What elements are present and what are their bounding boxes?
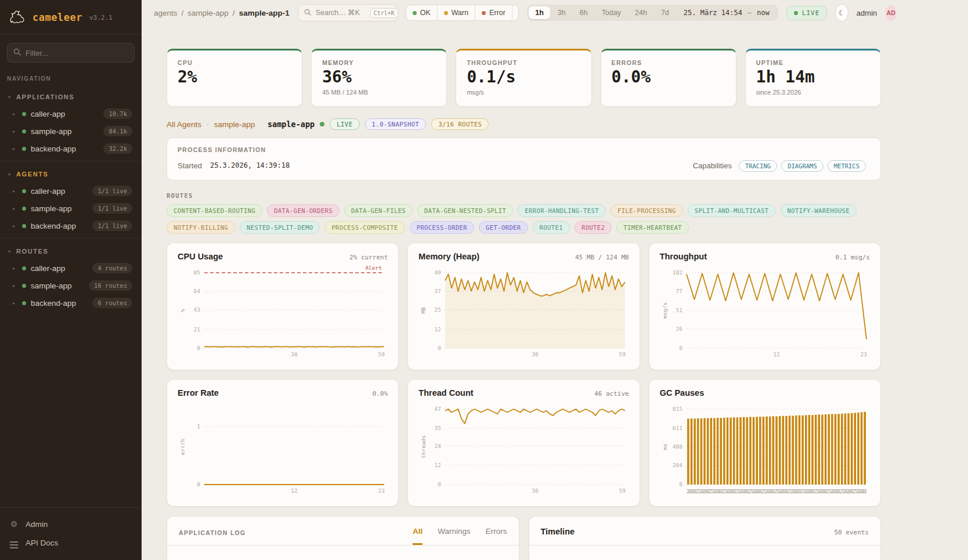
agent-trail: All Agents·sample-app·sample-appLIVE1.0-… bbox=[167, 118, 881, 130]
sidebar-item-applications-sample-app[interactable]: ▸sample-app84.1k bbox=[0, 122, 142, 140]
live-label: LIVE bbox=[802, 9, 820, 17]
theme-toggle[interactable]: ☾ bbox=[835, 4, 848, 21]
route-chip-route1[interactable]: ROUTE1 bbox=[533, 221, 570, 234]
chart-card-gc: GC Pauses8156114082040ms2020012520200125… bbox=[649, 379, 881, 507]
sidebar-item-routes-backend-app[interactable]: ▸backend-app6 routes bbox=[0, 294, 142, 312]
range-button-1h[interactable]: 1h bbox=[529, 6, 550, 19]
metrics-row: CPU2%MEMORY36%45 MB / 124 MBTHROUGHPUT0.… bbox=[167, 49, 881, 107]
svg-text:51: 51 bbox=[676, 307, 682, 313]
main-area: agents/sample-app/sample-app-1 Ctrl+K OK… bbox=[142, 0, 968, 560]
route-chip-split-and-multicast[interactable]: SPLIT-AND-MULTICAST bbox=[688, 204, 776, 217]
filter-box bbox=[7, 43, 135, 63]
route-chip-get-order[interactable]: GET-ORDER bbox=[479, 221, 528, 234]
route-chip-process-composite[interactable]: PROCESS-COMPOSITE bbox=[324, 221, 404, 234]
range-button-6h[interactable]: 6h bbox=[573, 6, 594, 19]
route-chip-error-handling-test[interactable]: ERROR-HANDLING-TEST bbox=[518, 204, 606, 217]
footer-link-label: API Docs bbox=[26, 539, 58, 547]
avatar[interactable]: AD bbox=[885, 5, 897, 21]
app-name: cameleer bbox=[32, 12, 82, 23]
route-chip-content-based-routing[interactable]: CONTENT-BASED-ROUTING bbox=[167, 204, 262, 217]
sidebar-item-label: backend-app bbox=[31, 144, 99, 153]
breadcrumb-sample-app[interactable]: sample-app bbox=[187, 9, 229, 17]
sidebar-item-label: caller-app bbox=[31, 264, 88, 273]
footer-link-api-docs[interactable]: API Docs bbox=[0, 533, 142, 552]
route-chip-data-gen-files[interactable]: DATA-GEN-FILES bbox=[344, 204, 413, 217]
tab-errors[interactable]: Errors bbox=[486, 527, 507, 545]
breadcrumb: agents/sample-app/sample-app-1 bbox=[154, 9, 290, 17]
svg-text:47: 47 bbox=[435, 406, 441, 412]
trail-link-sample-app[interactable]: sample-app bbox=[214, 120, 255, 129]
route-chip-notify-warehouse[interactable]: NOTIFY-WAREHOUSE bbox=[781, 204, 857, 217]
nav-section-header-applications[interactable]: ▾APPLICATIONS bbox=[0, 90, 142, 105]
search-input[interactable] bbox=[316, 9, 366, 17]
nav-section-header-agents[interactable]: ▾AGENTS bbox=[0, 167, 142, 182]
tab-all[interactable]: All bbox=[413, 527, 422, 545]
status-filter-ok[interactable]: OK bbox=[406, 5, 438, 20]
route-chip-nested-split-demo[interactable]: NESTED-SPLIT-DEMO bbox=[240, 221, 320, 234]
svg-text:0: 0 bbox=[679, 345, 682, 351]
status-filter-warn[interactable]: Warn bbox=[438, 5, 475, 20]
filter-input[interactable] bbox=[26, 49, 128, 57]
metric-label: MEMORY bbox=[322, 59, 436, 66]
svg-text:815: 815 bbox=[672, 406, 682, 412]
date-separator: – bbox=[747, 9, 752, 17]
route-chip-process-order[interactable]: PROCESS-ORDER bbox=[410, 221, 474, 234]
range-button-24h[interactable]: 24h bbox=[629, 6, 653, 19]
metric-value: 0.0% bbox=[612, 68, 725, 86]
sidebar-item-agents-sample-app[interactable]: ▸sample-app1/1 live bbox=[0, 200, 142, 217]
chart-header: GC Pauses bbox=[660, 388, 870, 398]
range-button-today[interactable]: Today bbox=[595, 6, 627, 19]
chart-current-value: 46 active bbox=[594, 390, 629, 398]
svg-text:59: 59 bbox=[378, 351, 385, 357]
nav-sections: ▾APPLICATIONS▸caller-app10.7k▸sample-app… bbox=[0, 84, 142, 507]
svg-text:611: 611 bbox=[672, 425, 682, 431]
route-chip-data-gen-orders[interactable]: DATA-GEN-ORDERS bbox=[267, 204, 339, 217]
status-dot-icon bbox=[413, 11, 417, 15]
sidebar-item-routes-caller-app[interactable]: ▸caller-app4 routes bbox=[0, 259, 142, 277]
process-info-panel: PROCESS INFORMATION Started 25.3.2026, 1… bbox=[167, 138, 881, 180]
route-chip-data-gen-nested-split[interactable]: DATA-GEN-NESTED-SPLIT bbox=[417, 204, 513, 217]
breadcrumb-agents[interactable]: agents bbox=[154, 9, 178, 17]
status-filter-running[interactable]: Running bbox=[512, 5, 519, 20]
svg-text:12: 12 bbox=[773, 351, 779, 357]
capability-pill-tracing: TRACING bbox=[739, 160, 777, 172]
status-dot-icon bbox=[482, 11, 486, 15]
nav-section-header-routes[interactable]: ▾ROUTES bbox=[0, 244, 142, 259]
sidebar-item-routes-sample-app[interactable]: ▸sample-app16 routes bbox=[0, 277, 142, 294]
routes-label: ROUTES bbox=[167, 192, 881, 199]
range-button-7d[interactable]: 7d bbox=[655, 6, 676, 19]
global-search[interactable]: Ctrl+K bbox=[298, 4, 398, 21]
bottom-grid: APPLICATION LOG AllWarningsErrors Timeli… bbox=[167, 516, 881, 560]
filter-wrap bbox=[0, 35, 142, 66]
sidebar-item-agents-backend-app[interactable]: ▸backend-app1/1 live bbox=[0, 217, 142, 234]
route-chip-timer-heartbeat[interactable]: TIMER-HEARTBEAT bbox=[616, 221, 689, 234]
search-shortcut: Ctrl+K bbox=[370, 8, 398, 18]
route-chip-notify-billing[interactable]: NOTIFY-BILLING bbox=[167, 221, 235, 234]
route-chip-file-processing[interactable]: FILE-PROCESSING bbox=[611, 204, 683, 217]
footer-link-admin[interactable]: ⚙Admin bbox=[0, 515, 142, 533]
chart-plot-error_rate: 10err/h1223 bbox=[178, 402, 388, 495]
started-value: 25.3.2026, 14:39:18 bbox=[210, 161, 290, 169]
svg-text:30: 30 bbox=[532, 351, 539, 357]
status-dot-icon bbox=[22, 284, 26, 288]
tab-warnings[interactable]: Warnings bbox=[438, 527, 471, 545]
chevron-right-icon: ▸ bbox=[13, 146, 17, 151]
metric-value: 2% bbox=[178, 68, 291, 86]
trail-badge-3-16-routes: 3/16 ROUTES bbox=[431, 118, 489, 130]
trail-separator: · bbox=[207, 121, 209, 128]
sidebar-footer: ⚙AdminAPI Docs bbox=[0, 507, 142, 560]
svg-text:Alert: Alert bbox=[365, 266, 382, 271]
sidebar-item-agents-caller-app[interactable]: ▸caller-app1/1 live bbox=[0, 182, 142, 200]
logo-row: cameleer v3.2.1 bbox=[0, 0, 142, 35]
menu-bars bbox=[10, 544, 18, 545]
route-chip-route2[interactable]: ROUTE2 bbox=[575, 221, 612, 234]
sidebar-item-applications-backend-app[interactable]: ▸backend-app32.2k bbox=[0, 140, 142, 157]
capability-pill-metrics: METRICS bbox=[828, 160, 866, 172]
content: CPU2%MEMORY36%45 MB / 124 MBTHROUGHPUT0.… bbox=[142, 26, 968, 560]
sidebar-item-applications-caller-app[interactable]: ▸caller-app10.7k bbox=[0, 105, 142, 122]
user-name: admin bbox=[857, 9, 877, 17]
range-button-3h[interactable]: 3h bbox=[551, 6, 572, 19]
status-filter-error[interactable]: Error bbox=[475, 5, 512, 20]
trail-link-all-agents[interactable]: All Agents bbox=[167, 120, 201, 129]
live-toggle[interactable]: LIVE bbox=[786, 6, 828, 20]
